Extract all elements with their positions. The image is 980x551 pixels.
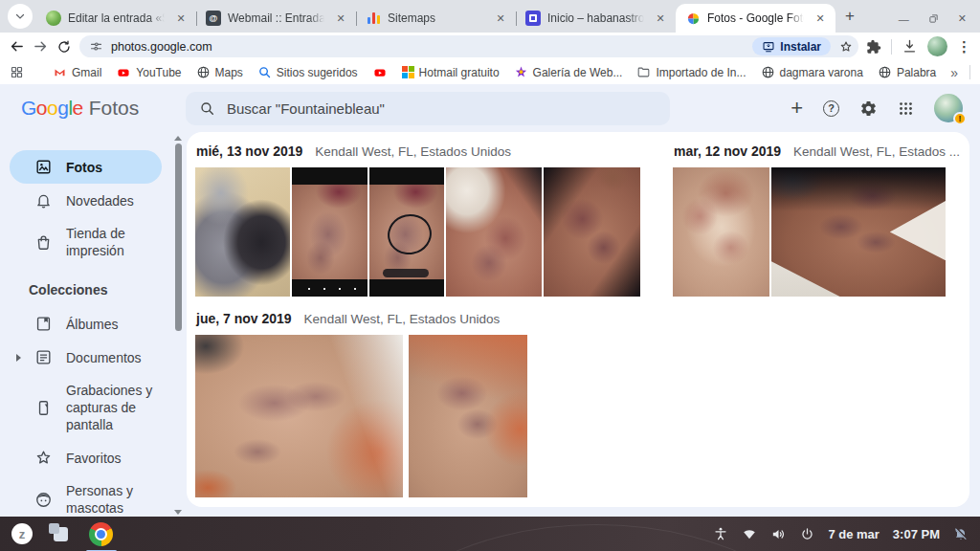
scroll-up-icon[interactable] <box>174 136 182 141</box>
globe-icon <box>761 65 775 79</box>
tab-inicio-habanastrong[interactable]: Inicio – habanastrong.es – ✕ <box>516 4 676 33</box>
minimize-button[interactable]: — <box>899 13 909 25</box>
sidebar-item-favoritos[interactable]: Favoritos <box>0 441 162 474</box>
tab-close-icon[interactable]: ✕ <box>813 11 828 26</box>
scrollbar-thumb[interactable] <box>175 143 182 331</box>
photos-main: mié, 13 nov 2019 Kendall West, FL, Estad… <box>187 132 969 507</box>
back-button[interactable] <box>9 38 25 55</box>
tab-editar-entrada[interactable]: Editar la entrada «Superar ✕ <box>36 4 196 33</box>
bookmark-palabra[interactable]: Palabra <box>878 65 936 79</box>
address-bar[interactable]: photos.google.com Instalar <box>79 35 858 57</box>
website-favicon <box>525 11 541 26</box>
sidebar-scrollbar[interactable] <box>172 136 184 515</box>
bookmark-importado[interactable]: Importado de In... <box>636 65 746 79</box>
help-icon[interactable]: ? <box>823 100 839 117</box>
overview-icon[interactable] <box>54 527 68 541</box>
tab-close-icon[interactable]: ✕ <box>493 11 508 26</box>
day-header: mar, 12 nov 2019 Kendall West, FL, Estad… <box>673 139 960 167</box>
account-avatar[interactable]: ! <box>934 94 963 122</box>
url-text: photos.google.com <box>111 40 745 54</box>
launcher-icon[interactable]: z <box>11 523 33 544</box>
tab-title: Sitemaps <box>388 11 486 25</box>
chrome-app-icon[interactable] <box>89 522 113 546</box>
search-icon <box>199 100 215 117</box>
tab-close-icon[interactable]: ✕ <box>173 11 189 26</box>
new-tab-button[interactable]: + <box>837 4 862 29</box>
sidebar-item-novedades[interactable]: Novedades <box>0 184 162 217</box>
sidebar-item-personas-mascotas[interactable]: Personas y mascotas <box>0 474 162 517</box>
site-settings-icon[interactable] <box>89 39 103 54</box>
day-header: jue, 7 nov 2019 Kendall West, FL, Estado… <box>195 306 960 335</box>
reload-button[interactable] <box>56 39 72 55</box>
restore-button[interactable] <box>928 13 939 24</box>
tab-close-icon[interactable]: ✕ <box>653 11 668 26</box>
sidebar-item-tienda-impresion[interactable]: Tienda de impresión <box>0 217 162 267</box>
create-plus-button[interactable]: + <box>791 98 803 119</box>
forward-button[interactable] <box>33 38 49 55</box>
photo-thumbnail[interactable] <box>369 167 444 297</box>
bookmark-galeria[interactable]: Galería de Web... <box>514 65 623 79</box>
photo-thumbnail[interactable] <box>195 167 290 297</box>
tab-sitemaps[interactable]: Sitemaps ✕ <box>356 4 516 33</box>
tab-webmail[interactable]: @ Webmail :: Entrada ✕ <box>196 4 356 33</box>
photo-thumbnail[interactable] <box>195 335 403 497</box>
downloads-icon[interactable] <box>902 38 918 55</box>
bookmark-sitios-sugeridos[interactable]: Sitios sugeridos <box>257 65 358 79</box>
shelf-time: 3:07 PM <box>893 527 940 541</box>
photo-thumbnail[interactable] <box>771 167 946 297</box>
sidebar-item-grabaciones-capturas[interactable]: Grabaciones y capturas de pantalla <box>0 374 162 441</box>
apps-grid-icon[interactable] <box>10 65 24 79</box>
shelf-clock[interactable]: 7 de mar 3:07 PM <box>828 527 940 541</box>
bell-icon <box>33 191 53 209</box>
settings-gear-icon[interactable] <box>859 99 878 118</box>
day-location[interactable]: Kendall West, FL, Estados Unidos <box>304 312 501 326</box>
wifi-icon[interactable] <box>742 526 757 541</box>
window-controls: — ✕ <box>899 12 974 33</box>
photo-thumbnail[interactable] <box>673 167 769 297</box>
bookmark-hotmail[interactable]: Hotmail gratuito <box>402 66 500 79</box>
bookmark-gmail[interactable]: Gmail <box>53 65 101 79</box>
scroll-down-icon[interactable] <box>174 510 182 515</box>
photos-search-bar[interactable] <box>186 92 670 125</box>
status-tray[interactable]: 7 de mar 3:07 PM <box>713 526 969 542</box>
tab-google-fotos-active[interactable]: Fotos - Google Fotos ✕ <box>676 4 835 33</box>
day-location[interactable]: Kendall West, FL, Estados Unidos <box>315 144 511 159</box>
photo-thumbnail[interactable] <box>446 167 542 297</box>
google-fotos-logo[interactable]: Google Fotos <box>21 97 186 120</box>
bookmark-star-button[interactable] <box>838 39 854 55</box>
chromeos-screen: Editar la entrada «Superar ✕ @ Webmail :… <box>0 0 980 551</box>
sidebar-item-fotos[interactable]: Fotos <box>10 150 162 184</box>
search-input[interactable] <box>227 100 657 117</box>
bookmark-maps[interactable]: Maps <box>196 65 243 79</box>
sidebar-item-albumes[interactable]: Álbumes <box>0 307 162 341</box>
photo-thumbnail[interactable] <box>292 167 368 297</box>
tab-close-icon[interactable]: ✕ <box>333 11 348 26</box>
accessibility-icon[interactable] <box>713 526 728 541</box>
gallery-icon <box>514 65 528 79</box>
day-location[interactable]: Kendall West, FL, Estados ... <box>793 144 960 159</box>
browser-profile-avatar[interactable] <box>927 36 947 56</box>
expand-caret-icon[interactable] <box>16 354 21 362</box>
browser-menu-icon[interactable]: ⋮ <box>957 38 971 55</box>
install-app-button[interactable]: Instalar <box>752 37 831 55</box>
volume-icon[interactable] <box>770 526 787 542</box>
youtube-icon <box>372 66 388 79</box>
day-group-12-nov: mar, 12 nov 2019 Kendall West, FL, Estad… <box>673 139 960 297</box>
bookmark-youtube[interactable]: YouTube <box>116 66 181 79</box>
photos-header-actions: + ? ! <box>791 94 963 122</box>
close-window-button[interactable]: ✕ <box>958 12 967 25</box>
extensions-icon[interactable] <box>866 39 881 55</box>
photos-icon <box>33 158 53 176</box>
youtube-icon <box>116 66 131 79</box>
tab-search-button[interactable] <box>8 4 33 29</box>
power-icon[interactable] <box>800 527 814 541</box>
google-apps-grid-icon[interactable] <box>898 100 914 117</box>
photo-thumbnail[interactable] <box>544 167 640 297</box>
bookmark-dagmara-varona[interactable]: dagmara varona <box>761 65 863 79</box>
notifications-off-icon[interactable] <box>953 526 969 541</box>
photo-thumbnail[interactable] <box>409 335 527 497</box>
chrome-logo-icon <box>89 522 113 546</box>
sidebar-item-documentos[interactable]: Documentos <box>0 341 162 374</box>
bookmarks-overflow-chevron[interactable]: » <box>950 65 958 80</box>
bookmark-youtube-icononly[interactable] <box>372 66 388 79</box>
